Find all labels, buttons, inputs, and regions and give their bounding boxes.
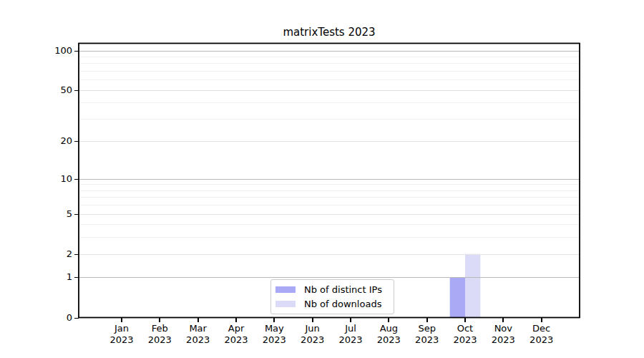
x-tick-month: Dec <box>519 323 565 334</box>
bar-downloads-Oct <box>465 254 480 318</box>
x-tick-year: 2023 <box>519 334 565 346</box>
chart-title: matrixTests 2023 <box>79 26 580 39</box>
y-tick-label-100: 100 <box>0 46 72 56</box>
x-tick-label-Dec: Dec2023 <box>519 323 565 345</box>
y-tick-label-50: 50 <box>0 85 72 95</box>
downloads-swatch <box>275 301 296 307</box>
legend-item-downloads: Nb of downloads <box>275 298 382 310</box>
y-tick-label-10: 10 <box>0 174 72 184</box>
y-tick-label-0: 0 <box>0 313 72 323</box>
chart-figure: matrixTests 2023 Nb of distinct IPs Nb o… <box>0 0 644 358</box>
y-tick-label-1: 1 <box>0 272 72 282</box>
legend-label-distinct-ips: Nb of distinct IPs <box>304 284 382 296</box>
bar-distinct-ips-Oct <box>450 277 465 317</box>
plot-frame <box>79 44 580 318</box>
y-tick-label-2: 2 <box>0 249 72 259</box>
y-tick-label-5: 5 <box>0 209 72 219</box>
legend-item-distinct-ips: Nb of distinct IPs <box>275 284 382 296</box>
y-tick-label-20: 20 <box>0 136 72 146</box>
distinct-ips-swatch <box>275 286 296 293</box>
legend-label-downloads: Nb of downloads <box>304 298 381 310</box>
legend: Nb of distinct IPs Nb of downloads <box>270 279 394 314</box>
